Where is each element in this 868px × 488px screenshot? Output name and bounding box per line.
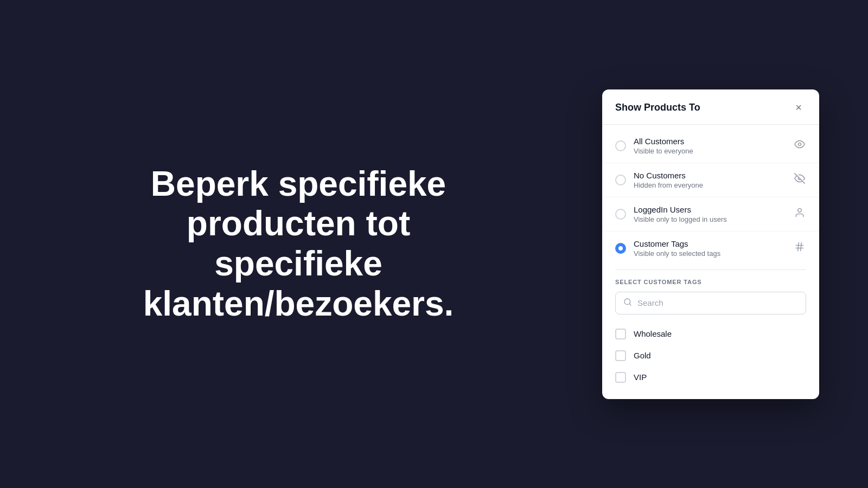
svg-point-0: [799, 143, 801, 146]
checkbox-vip[interactable]: [615, 372, 626, 383]
tag-item-vip[interactable]: VIP: [615, 367, 806, 388]
radio-loggedin-users: [615, 209, 626, 220]
option-text-customer-tags: Customer Tags Visible only to selected t…: [634, 239, 786, 258]
option-label-no-customers: No Customers: [634, 171, 786, 180]
option-label-customer-tags: Customer Tags: [634, 239, 786, 248]
options-list: All Customers Visible to everyone No Cus…: [602, 125, 819, 269]
tag-label-gold: Gold: [634, 351, 651, 360]
checkbox-wholesale[interactable]: [615, 329, 626, 339]
eye-icon: [793, 139, 806, 152]
hero-text: Beperk specifieke producten tot specifie…: [108, 164, 488, 324]
radio-inner-customer-tags: [618, 246, 623, 251]
modal: Show Products To × All Customers Visible…: [602, 89, 819, 399]
option-sublabel-loggedin-users: Visible only to logged in users: [634, 215, 786, 223]
tags-section-label: SELECT CUSTOMER TAGS: [615, 279, 806, 285]
tag-label-wholesale: Wholesale: [634, 329, 672, 338]
option-text-all-customers: All Customers Visible to everyone: [634, 137, 786, 155]
radio-all-customers: [615, 140, 626, 151]
option-no-customers[interactable]: No Customers Hidden from everyone: [602, 163, 819, 197]
radio-customer-tags: [615, 243, 626, 254]
svg-line-6: [801, 243, 802, 251]
user-icon: [793, 207, 806, 221]
modal-header: Show Products To ×: [602, 89, 819, 125]
option-customer-tags[interactable]: Customer Tags Visible only to selected t…: [602, 232, 819, 265]
right-panel: Show Products To × All Customers Visible…: [597, 81, 825, 407]
option-loggedin-users[interactable]: LoggedIn Users Visible only to logged in…: [602, 197, 819, 232]
option-sublabel-no-customers: Hidden from everyone: [634, 181, 786, 189]
modal-title: Show Products To: [615, 102, 700, 113]
option-all-customers[interactable]: All Customers Visible to everyone: [602, 129, 819, 163]
tags-section: SELECT CUSTOMER TAGS Wholesale Gold: [602, 270, 819, 399]
svg-line-8: [629, 304, 631, 305]
checkbox-gold[interactable]: [615, 350, 626, 361]
option-sublabel-customer-tags: Visible only to selected tags: [634, 249, 786, 258]
search-icon: [623, 298, 632, 309]
option-sublabel-all-customers: Visible to everyone: [634, 147, 786, 155]
left-panel: Beperk specifieke producten tot specifie…: [0, 132, 597, 356]
search-box[interactable]: [615, 292, 806, 314]
svg-line-5: [798, 243, 799, 251]
eye-slash-icon: [793, 173, 806, 187]
search-input[interactable]: [637, 298, 798, 307]
svg-point-2: [798, 209, 802, 213]
option-label-loggedin-users: LoggedIn Users: [634, 205, 786, 214]
tag-item-gold[interactable]: Gold: [615, 345, 806, 367]
close-button[interactable]: ×: [791, 100, 806, 115]
tag-label-vip: VIP: [634, 373, 647, 382]
option-text-loggedin-users: LoggedIn Users Visible only to logged in…: [634, 205, 786, 223]
hash-icon: [793, 241, 806, 255]
option-label-all-customers: All Customers: [634, 137, 786, 146]
radio-no-customers: [615, 175, 626, 185]
option-text-no-customers: No Customers Hidden from everyone: [634, 171, 786, 189]
close-icon: ×: [795, 101, 802, 114]
tag-item-wholesale[interactable]: Wholesale: [615, 323, 806, 345]
